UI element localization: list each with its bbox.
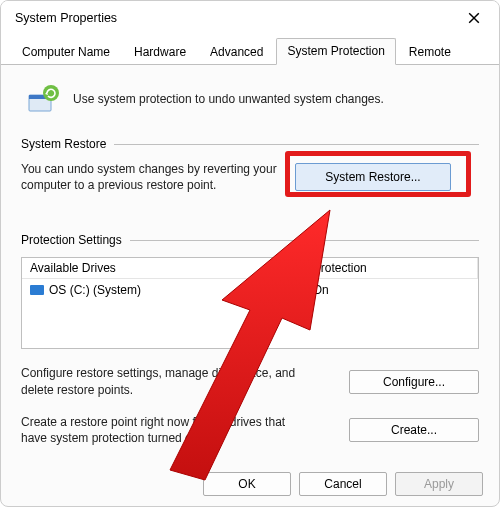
tab-content: Use system protection to undo unwanted s… — [1, 65, 499, 456]
system-protection-icon — [25, 81, 61, 117]
tab-system-protection[interactable]: System Protection — [276, 38, 395, 65]
close-button[interactable] — [461, 5, 487, 31]
restore-description: You can undo system changes by reverting… — [21, 161, 281, 193]
group-title-protection: Protection Settings — [21, 233, 122, 247]
tab-remote[interactable]: Remote — [398, 39, 462, 65]
tab-advanced[interactable]: Advanced — [199, 39, 274, 65]
window-title: System Properties — [15, 11, 117, 25]
drives-header-row: Available Drives Protection — [22, 258, 478, 279]
col-available-drives[interactable]: Available Drives — [22, 258, 305, 278]
group-protection-settings: Protection Settings Available Drives Pro… — [21, 233, 479, 446]
tab-hardware[interactable]: Hardware — [123, 39, 197, 65]
drive-icon — [30, 285, 44, 295]
tab-strip: Computer Name Hardware Advanced System P… — [1, 35, 499, 65]
group-system-restore: System Restore You can undo system chang… — [21, 137, 479, 193]
intro-row: Use system protection to undo unwanted s… — [21, 75, 479, 131]
create-row: Create a restore point right now for the… — [21, 414, 479, 446]
group-title-restore: System Restore — [21, 137, 106, 151]
system-restore-button[interactable]: System Restore... — [295, 163, 451, 191]
table-row[interactable]: OS (C:) (System) On — [22, 279, 478, 301]
apply-button[interactable]: Apply — [395, 472, 483, 496]
group-divider — [130, 240, 479, 241]
close-icon — [468, 12, 480, 24]
cell-protection-status: On — [305, 281, 478, 299]
group-divider — [114, 144, 479, 145]
dialog-footer: OK Cancel Apply — [203, 472, 483, 496]
system-properties-window: System Properties Computer Name Hardware… — [0, 0, 500, 507]
tab-computer-name[interactable]: Computer Name — [11, 39, 121, 65]
cancel-button[interactable]: Cancel — [299, 472, 387, 496]
ok-button[interactable]: OK — [203, 472, 291, 496]
create-button[interactable]: Create... — [349, 418, 479, 442]
col-protection[interactable]: Protection — [305, 258, 478, 278]
create-text: Create a restore point right now for the… — [21, 414, 311, 446]
configure-row: Configure restore settings, manage disk … — [21, 365, 479, 397]
drive-label: OS (C:) (System) — [49, 283, 141, 297]
svg-point-4 — [43, 85, 59, 101]
drives-table: Available Drives Protection OS (C:) (Sys… — [21, 257, 479, 349]
intro-text: Use system protection to undo unwanted s… — [73, 92, 384, 106]
cell-drive: OS (C:) (System) — [22, 281, 305, 299]
configure-button[interactable]: Configure... — [349, 370, 479, 394]
titlebar: System Properties — [1, 1, 499, 35]
configure-text: Configure restore settings, manage disk … — [21, 365, 311, 397]
